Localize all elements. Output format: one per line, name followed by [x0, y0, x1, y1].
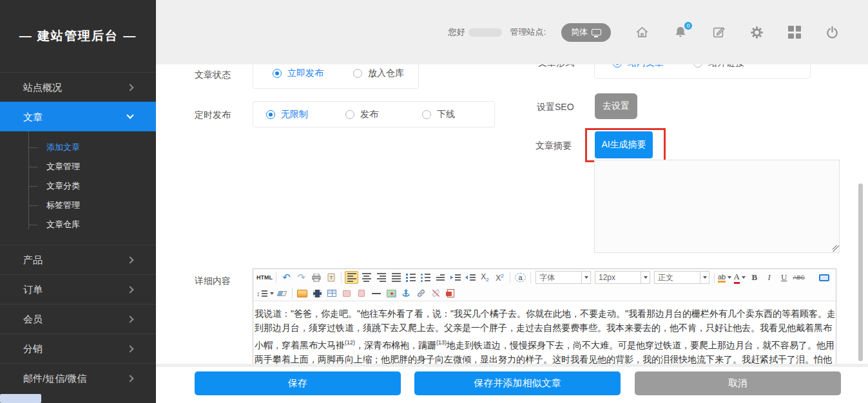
radio-label[interactable]: 站内文章	[628, 64, 664, 69]
font-size-select[interactable]: 12px	[595, 271, 650, 284]
seo-setup-button[interactable]: 去设置	[595, 93, 637, 119]
apps-grid-icon[interactable]	[788, 26, 801, 39]
sidebar-item-article-category[interactable]: 文章分类	[0, 176, 156, 196]
logout-power-icon[interactable]	[825, 25, 840, 40]
strikethrough-button[interactable]: ABC	[792, 271, 805, 284]
editor-content-area[interactable]: 我说道："爸爸，你走吧。"他往车外看了看，说："我买几个橘子去。你就在此地，不要…	[253, 301, 836, 364]
save-and-add-similar-button[interactable]: 保存并添加相似文章	[414, 371, 621, 395]
article-form-label: 文章形式	[538, 64, 574, 69]
chevron-right-icon	[126, 286, 133, 293]
font-family-select[interactable]: 字体	[535, 271, 591, 284]
paragraph-format-select[interactable]: 正文	[654, 271, 709, 284]
redo-icon[interactable]: ↷	[294, 271, 308, 284]
italic-button[interactable]: I	[762, 271, 776, 284]
manage-site-label: 管理站点:	[510, 26, 546, 38]
lang-label: 简体	[571, 26, 588, 38]
html-source-button[interactable]: HTML	[256, 271, 273, 284]
sidebar-item-article-manage[interactable]: 文章管理	[0, 157, 156, 176]
horizontal-rule-icon[interactable]	[370, 287, 383, 300]
vertical-scrollbar[interactable]	[858, 183, 863, 361]
sidebar-item-articles[interactable]: 文章	[0, 102, 156, 131]
radio-label[interactable]: 立即发布	[287, 68, 323, 79]
font-color-button[interactable]: A	[733, 271, 746, 284]
align-right-icon[interactable]	[374, 271, 388, 284]
anchor-icon[interactable]	[400, 287, 413, 300]
editor-toolbar-row2: ↕	[253, 286, 836, 301]
edit-icon[interactable]	[711, 25, 726, 39]
app-logo: — 建站管理后台 —	[0, 0, 156, 72]
site-language-button[interactable]: 简体	[561, 23, 611, 42]
insert-template-icon[interactable]	[355, 287, 369, 300]
underline-button[interactable]: U	[777, 271, 791, 284]
schedule-label: 定时发布	[195, 109, 231, 121]
radio-publish-time[interactable]	[345, 110, 354, 119]
line-height-button[interactable]: ↕	[256, 287, 274, 300]
insert-image-icon[interactable]	[296, 287, 309, 300]
radio-to-warehouse[interactable]	[353, 69, 362, 78]
firstline-indent-icon[interactable]	[434, 271, 447, 284]
ai-generate-summary-button[interactable]: AI生成摘要	[595, 131, 653, 158]
remove-link-icon[interactable]	[429, 287, 443, 300]
chevron-right-icon	[126, 315, 133, 323]
outdent-icon[interactable]	[463, 271, 477, 284]
paste-text-icon[interactable]: T	[324, 271, 338, 284]
print-icon[interactable]	[309, 271, 323, 284]
unordered-list-icon[interactable]	[419, 271, 432, 284]
notification-badge: 0	[683, 21, 693, 31]
sidebar-item-orders[interactable]: 订单	[0, 274, 156, 304]
monitor-icon	[592, 29, 601, 35]
sidebar-item-tag-manage[interactable]: 标签管理	[0, 196, 156, 215]
radio-publish-now[interactable]	[273, 69, 282, 78]
sidebar-item-members[interactable]: 会员	[0, 304, 156, 333]
home-icon[interactable]	[635, 25, 650, 40]
textarea-resize-handle[interactable]	[833, 245, 839, 252]
fullscreen-icon[interactable]	[817, 271, 831, 284]
insert-video-icon[interactable]	[311, 287, 324, 300]
cancel-button[interactable]: 取消	[635, 371, 841, 395]
save-button[interactable]: 保存	[195, 371, 401, 395]
radio-label[interactable]: 无限制	[281, 109, 308, 120]
summary-textarea[interactable]	[594, 160, 840, 253]
insert-pagebreak-icon[interactable]	[340, 287, 354, 300]
ordered-list-icon[interactable]	[404, 271, 418, 284]
radio-external-link[interactable]	[693, 64, 702, 68]
notifications-bell-icon[interactable]: 0	[673, 25, 688, 39]
greeting-text: 您好	[448, 26, 465, 38]
subscript-icon[interactable]: X2	[478, 271, 492, 284]
sidebar-item-label: 邮件/短信/微信	[23, 373, 86, 384]
align-center-icon[interactable]	[360, 271, 373, 284]
bold-button[interactable]: B	[747, 271, 761, 284]
sidebar-item-distribution[interactable]: 分销	[0, 333, 156, 363]
sidebar-item-site-overview[interactable]: 站点概况	[0, 72, 156, 102]
radio-label[interactable]: 下线	[437, 109, 455, 120]
sidebar-item-label: 会员	[23, 314, 43, 324]
sidebar-item-add-article[interactable]: 添加文章	[0, 138, 156, 157]
insert-table-icon[interactable]	[325, 287, 339, 300]
format-eraser-icon[interactable]	[275, 287, 289, 300]
chevron-right-icon	[126, 375, 133, 382]
superscript-icon[interactable]: X2	[493, 271, 506, 284]
indent-icon[interactable]	[448, 271, 462, 284]
radio-label[interactable]: 站外链接	[708, 64, 744, 69]
radio-label[interactable]: 放入仓库	[368, 68, 404, 79]
autotypeset-icon[interactable]: a	[514, 271, 527, 284]
article-status-group: 立即发布 放入仓库	[253, 64, 419, 89]
content-line: 小帽，穿着黑布大马褂(12)，深青布棉袍，蹒跚(13)地走到铁道边，慢慢探身下去…	[255, 335, 834, 352]
insert-link-icon[interactable]	[414, 287, 428, 300]
radio-no-limit[interactable]	[266, 110, 275, 119]
radio-offline-time[interactable]	[422, 110, 431, 119]
align-left-icon[interactable]	[345, 271, 358, 284]
radio-internal-article[interactable]	[613, 64, 622, 68]
content-label: 详细内容	[195, 276, 231, 287]
attach-pdf-icon[interactable]	[444, 287, 458, 300]
sidebar-item-products[interactable]: 产品	[0, 245, 156, 274]
sidebar-item-mail-sms-wechat[interactable]: 邮件/短信/微信	[0, 363, 156, 393]
sidebar-item-article-warehouse[interactable]: 文章仓库	[0, 215, 156, 234]
insert-map-icon[interactable]	[385, 287, 398, 300]
align-justify-icon[interactable]	[389, 271, 403, 284]
radio-label[interactable]: 发布	[360, 109, 378, 120]
editor-toolbar-row1: HTML ↶ ↷ T X2 X2 a 字体	[253, 269, 836, 286]
undo-icon[interactable]: ↶	[280, 271, 293, 284]
settings-gear-icon[interactable]	[749, 25, 764, 40]
highlight-color-button[interactable]: ab	[718, 271, 731, 284]
